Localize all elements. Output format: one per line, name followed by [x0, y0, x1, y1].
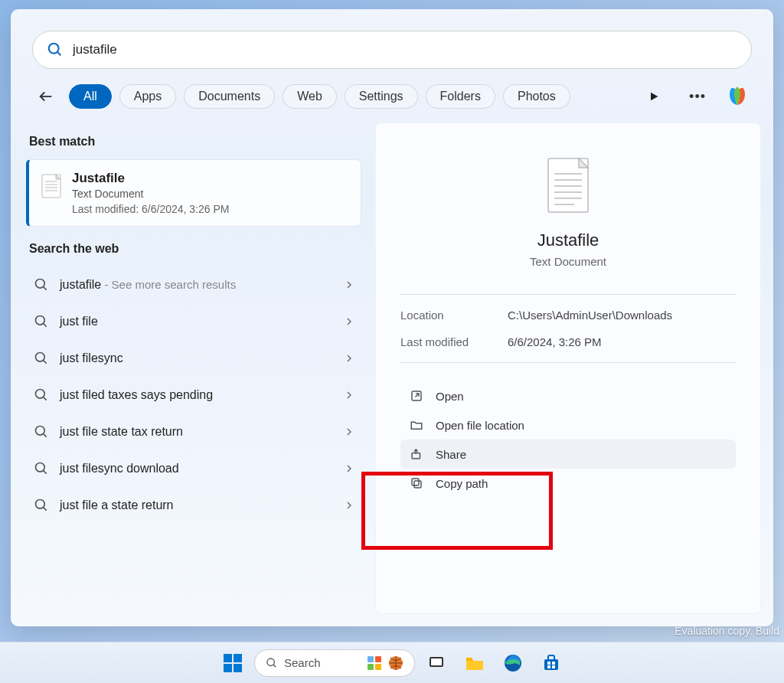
filter-folders[interactable]: Folders	[426, 84, 495, 109]
svg-point-22	[36, 500, 45, 509]
web-suggestion[interactable]: just file a state return	[23, 487, 366, 524]
svg-point-10	[36, 279, 45, 289]
svg-point-16	[36, 390, 45, 399]
file-explorer-button[interactable]	[458, 648, 492, 678]
chevron-right-icon	[343, 389, 355, 401]
copy-path-label: Copy path	[436, 477, 488, 490]
svg-rect-38	[224, 664, 232, 672]
svg-line-13	[44, 324, 47, 327]
search-icon	[34, 498, 49, 513]
svg-rect-45	[375, 664, 381, 670]
svg-line-15	[44, 361, 47, 364]
basketball-icon	[388, 655, 403, 671]
edge-browser-button[interactable]	[496, 648, 530, 678]
copilot-icon[interactable]	[726, 85, 749, 108]
web-suggestion[interactable]: justafile - See more search results	[23, 266, 366, 303]
chevron-right-icon	[343, 426, 355, 438]
share-action[interactable]: Share	[400, 440, 736, 469]
svg-line-17	[44, 397, 47, 400]
play-icon[interactable]	[645, 87, 663, 106]
web-suggestion[interactable]: just file	[23, 303, 366, 340]
divider	[400, 362, 736, 363]
web-suggestion[interactable]: just filesync download	[23, 450, 366, 487]
location-value: C:\Users\AdminUser\Downloads	[508, 309, 672, 322]
best-match-type: Text Document	[72, 188, 229, 200]
preview-pane: Justafile Text Document Location C:\User…	[375, 123, 761, 614]
svg-rect-34	[414, 481, 421, 488]
svg-marker-3	[651, 93, 658, 101]
open-action[interactable]: Open	[400, 381, 736, 410]
preview-subtitle: Text Document	[400, 255, 736, 268]
best-match-meta: Last modified: 6/6/2024, 3:26 PM	[72, 203, 229, 215]
chevron-right-icon	[343, 315, 355, 328]
search-icon	[47, 41, 64, 58]
svg-rect-52	[547, 662, 550, 665]
open-file-location-label: Open file location	[436, 419, 524, 432]
divider	[400, 294, 736, 295]
search-icon	[34, 424, 49, 440]
svg-rect-35	[412, 479, 419, 485]
best-match-title: Justafile	[72, 171, 229, 186]
svg-rect-37	[234, 654, 242, 662]
filter-web[interactable]: Web	[283, 84, 337, 109]
search-icon	[34, 351, 49, 366]
task-view-button[interactable]	[420, 648, 453, 678]
filter-documents[interactable]: Documents	[184, 84, 275, 109]
search-web-header: Search the web	[23, 233, 366, 266]
filter-settings[interactable]: Settings	[345, 84, 418, 109]
back-arrow[interactable]	[35, 86, 57, 107]
svg-point-0	[49, 44, 59, 54]
taskbar-search[interactable]: Search	[254, 649, 415, 677]
copy-path-action[interactable]: Copy path	[400, 469, 736, 498]
folder-icon	[410, 418, 423, 432]
chevron-right-icon	[343, 352, 355, 364]
filter-apps[interactable]: Apps	[119, 84, 176, 109]
widgets-icon	[367, 655, 382, 671]
svg-rect-53	[552, 662, 555, 665]
filter-photos[interactable]: Photos	[503, 84, 570, 109]
web-suggestion-label: just file	[60, 315, 332, 328]
svg-point-20	[36, 463, 45, 472]
web-suggestion-label: justafile - See more search results	[60, 278, 332, 292]
svg-rect-48	[431, 658, 442, 665]
modified-value: 6/6/2024, 3:26 PM	[508, 335, 602, 348]
svg-rect-51	[544, 659, 558, 670]
start-button[interactable]	[216, 648, 250, 678]
web-suggestion-label: just filesync	[60, 351, 332, 365]
location-label: Location	[400, 309, 508, 322]
more-options-icon[interactable]: •••	[689, 89, 706, 105]
svg-point-12	[36, 316, 45, 325]
filter-all[interactable]: All	[69, 84, 112, 109]
search-input[interactable]	[64, 42, 737, 57]
web-suggestion[interactable]: just filesync	[23, 340, 366, 377]
chevron-right-icon	[343, 499, 355, 511]
search-icon	[34, 314, 49, 329]
web-suggestion[interactable]: just file state tax return	[23, 413, 366, 450]
search-icon	[34, 277, 49, 292]
web-suggestion[interactable]: just filed taxes says pending	[23, 377, 366, 413]
svg-rect-44	[368, 664, 374, 670]
store-button[interactable]	[534, 648, 568, 678]
search-bar[interactable]	[32, 31, 752, 69]
open-file-location-action[interactable]: Open file location	[400, 410, 736, 440]
svg-line-41	[273, 665, 276, 667]
svg-line-23	[44, 508, 47, 511]
best-match-result[interactable]: Justafile Text Document Last modified: 6…	[26, 159, 361, 227]
search-icon	[34, 461, 49, 476]
svg-rect-43	[375, 656, 381, 662]
filter-row: All Apps Documents Web Settings Folders …	[11, 69, 773, 116]
chevron-right-icon	[343, 462, 355, 475]
svg-rect-54	[547, 665, 550, 668]
svg-line-21	[44, 471, 47, 474]
svg-point-18	[36, 426, 45, 436]
text-document-icon	[41, 174, 61, 198]
web-suggestion-label: just file state tax return	[60, 425, 332, 439]
preview-title: Justafile	[400, 230, 736, 250]
share-icon	[410, 447, 423, 461]
svg-rect-39	[234, 664, 242, 672]
text-document-icon	[547, 157, 590, 214]
copy-icon	[410, 476, 423, 490]
web-suggestion-label: just filesync download	[60, 462, 332, 475]
search-icon	[266, 657, 278, 669]
svg-point-14	[36, 353, 45, 362]
